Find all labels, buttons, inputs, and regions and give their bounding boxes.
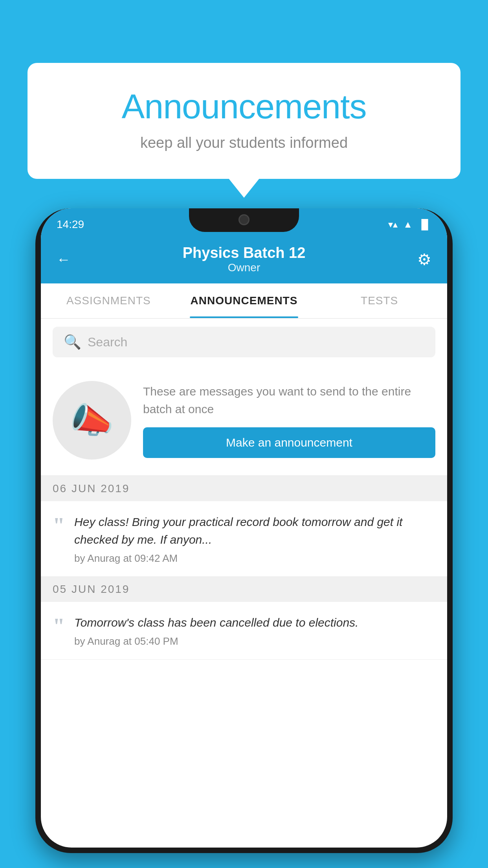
phone-frame: 14:29 ▾▴ ▲ ▐▌ ← Physics Batch 12 Owner ⚙ <box>35 208 453 853</box>
tabs-bar: ASSIGNMENTS ANNOUNCEMENTS TESTS <box>41 283 447 319</box>
bubble-subtitle: keep all your students informed <box>59 134 429 151</box>
announcement-item-2[interactable]: " Tomorrow's class has been cancelled du… <box>41 602 447 660</box>
cta-right: These are messages you want to send to t… <box>143 383 435 458</box>
status-icons: ▾▴ ▲ ▐▌ <box>388 219 431 230</box>
announcement-text-1: Hey class! Bring your practical record b… <box>74 513 435 548</box>
make-announcement-button[interactable]: Make an announcement <box>143 427 435 458</box>
phone-notch <box>189 208 299 232</box>
owner-label: Owner <box>80 261 408 274</box>
quote-icon-1: " <box>53 515 65 537</box>
back-button[interactable]: ← <box>57 251 80 268</box>
announcement-meta-2: by Anurag at 05:40 PM <box>74 635 435 647</box>
announcement-content-2: Tomorrow's class has been cancelled due … <box>74 614 435 647</box>
intro-section: Announcements keep all your students inf… <box>28 63 460 179</box>
cta-description: These are messages you want to send to t… <box>143 383 435 418</box>
tab-assignments[interactable]: ASSIGNMENTS <box>41 283 176 318</box>
batch-title: Physics Batch 12 <box>80 245 408 261</box>
wifi-icon: ▾▴ <box>388 219 398 230</box>
tab-announcements[interactable]: ANNOUNCEMENTS <box>176 283 312 318</box>
announcement-content-1: Hey class! Bring your practical record b… <box>74 513 435 565</box>
tab-tests[interactable]: TESTS <box>312 283 447 318</box>
settings-icon[interactable]: ⚙ <box>408 250 431 268</box>
search-container: 🔍 Search <box>41 319 447 365</box>
search-placeholder: Search <box>88 335 127 349</box>
search-bar[interactable]: 🔍 Search <box>53 327 435 357</box>
front-camera <box>238 214 250 225</box>
megaphone-circle: 📣 <box>53 381 131 460</box>
app-header: ← Physics Batch 12 Owner ⚙ <box>41 237 447 283</box>
battery-icon: ▐▌ <box>418 219 431 230</box>
date-separator-1: 06 JUN 2019 <box>41 476 447 501</box>
header-title-group: Physics Batch 12 Owner <box>80 245 408 274</box>
phone-mockup: 14:29 ▾▴ ▲ ▐▌ ← Physics Batch 12 Owner ⚙ <box>35 208 453 868</box>
announcement-cta-section: 📣 These are messages you want to send to… <box>41 365 447 476</box>
bubble-title: Announcements <box>59 86 429 127</box>
announcement-meta-1: by Anurag at 09:42 AM <box>74 552 435 565</box>
announcement-text-2: Tomorrow's class has been cancelled due … <box>74 614 435 631</box>
megaphone-icon: 📣 <box>70 400 114 441</box>
announcement-item-1[interactable]: " Hey class! Bring your practical record… <box>41 501 447 577</box>
quote-icon-2: " <box>53 615 65 637</box>
date-separator-2: 05 JUN 2019 <box>41 577 447 602</box>
speech-bubble: Announcements keep all your students inf… <box>28 63 460 179</box>
phone-screen: 14:29 ▾▴ ▲ ▐▌ ← Physics Batch 12 Owner ⚙ <box>41 208 447 848</box>
signal-icon: ▲ <box>403 219 413 230</box>
search-icon: 🔍 <box>64 334 81 350</box>
